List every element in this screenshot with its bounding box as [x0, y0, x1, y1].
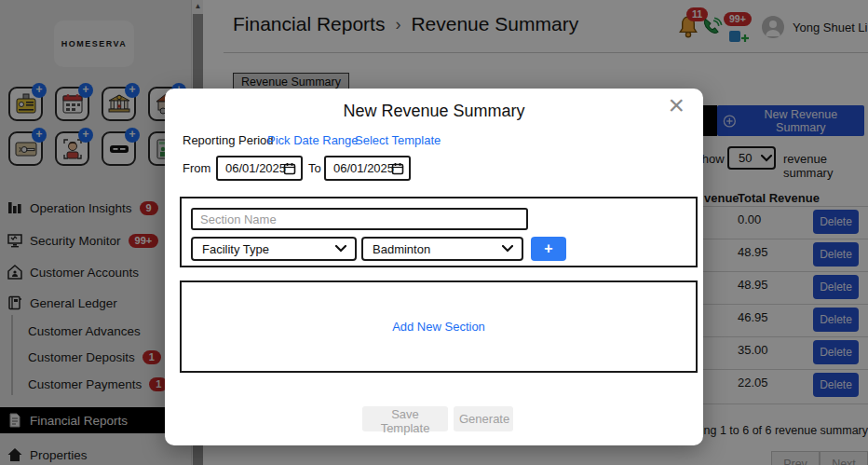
section-builder-box: Facility Type Badminton + — [180, 197, 698, 267]
calendar-picker-icon[interactable] — [391, 162, 404, 175]
from-date-value: 06/01/2025 — [225, 161, 286, 175]
pick-date-range-link[interactable]: Pick Date Range — [267, 133, 359, 147]
chevron-down-icon — [335, 245, 346, 253]
add-section-box: Add New Section — [180, 280, 698, 373]
calendar-picker-icon[interactable] — [283, 162, 296, 175]
reporting-period-label: Reporting Period — [183, 133, 274, 147]
from-label: From — [183, 161, 210, 175]
facility-type-select[interactable]: Facility Type — [191, 237, 357, 261]
facility-type-value: Facility Type — [202, 242, 269, 256]
facility-option-select[interactable]: Badminton — [361, 237, 523, 261]
select-template-link[interactable]: Select Template — [355, 133, 441, 147]
generate-button[interactable]: Generate — [454, 406, 513, 431]
app-window: HOMESERVA + + + + + + + — [0, 0, 868, 465]
to-date-input[interactable]: 06/01/2025 — [324, 156, 411, 181]
add-new-section-link[interactable]: Add New Section — [182, 282, 696, 371]
save-template-button[interactable]: Save Template — [362, 406, 448, 431]
add-facility-button[interactable]: + — [531, 237, 566, 261]
new-revenue-summary-modal: × New Revenue Summary Reporting Period P… — [165, 89, 703, 445]
chevron-down-icon — [502, 245, 513, 253]
to-date-value: 06/01/2025 — [333, 161, 394, 175]
to-label: To — [308, 161, 321, 175]
from-date-input[interactable]: 06/01/2025 — [216, 156, 303, 181]
facility-option-value: Badminton — [373, 242, 430, 256]
section-name-input[interactable] — [191, 208, 528, 230]
modal-title: New Revenue Summary — [165, 102, 703, 121]
